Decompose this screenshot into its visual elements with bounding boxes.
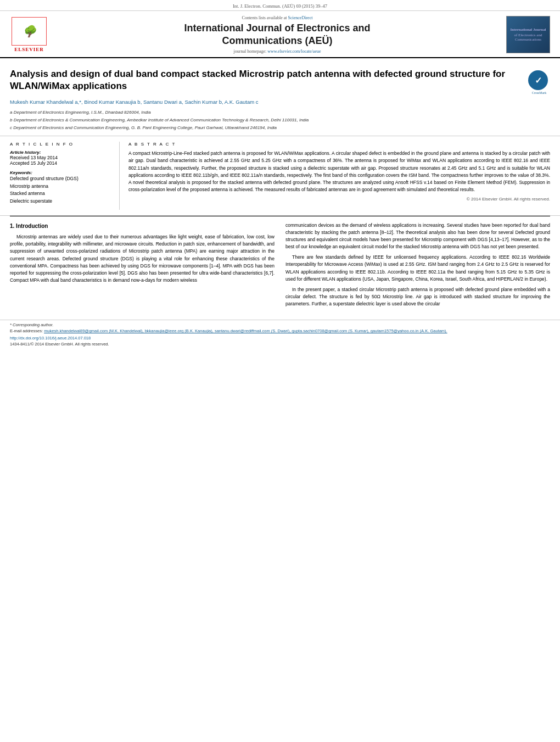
journal-center: Contents lists available at ScienceDirec…	[48, 15, 506, 54]
affiliations: a Department of Electronics Engineering,…	[10, 109, 522, 131]
keywords-label: Keywords:	[10, 170, 111, 175]
article-main-title: Analysis and design of dual band compact…	[10, 68, 522, 92]
intro-para2: communication devices as the demand of w…	[285, 222, 550, 251]
emails[interactable]: mukesh.khandelwal89@gmail.com (M.K. Khan…	[44, 328, 447, 333]
page-wrapper: Int. J. Electron. Commun. (AEÜ) 69 (2015…	[0, 0, 560, 742]
body-columns: 1. Introduction Microstrip antennas are …	[0, 216, 560, 317]
affil-c: c Department of Electronics and Communic…	[10, 125, 522, 131]
keywords-list: Defected ground structure (DGS) Microstr…	[10, 175, 111, 205]
abstract-copyright: © 2014 Elsevier GmbH. All rights reserve…	[128, 197, 550, 202]
intro-title: 1. Introduction	[10, 222, 275, 231]
right-logo-line1: International Journal	[511, 27, 546, 32]
article-info-abstract: A R T I C L E I N F O Article history: R…	[0, 136, 560, 215]
journal-ref: Int. J. Electron. Commun. (AEÜ) 69 (2015…	[233, 3, 327, 9]
body-col-left: 1. Introduction Microstrip antennas are …	[10, 222, 275, 311]
history-group: Article history: Received 13 May 2014 Ac…	[10, 150, 111, 166]
keyword-3: Stacked antenna	[10, 190, 111, 198]
contents-text: Contents lists available at ScienceDirec…	[59, 15, 495, 20]
intro-para4: In the present paper, a stacked circular…	[285, 286, 550, 308]
crossmark-label: CrossMark	[528, 91, 550, 94]
intro-para3: There are few standards defined by IEEE …	[285, 254, 550, 283]
body-col-right: communication devices as the demand of w…	[285, 222, 550, 311]
right-logo-line3: Communications	[515, 37, 541, 42]
article-title-text: Analysis and design of dual band compact…	[10, 68, 522, 132]
crossmark-icon: ✓	[528, 70, 548, 90]
accepted-date: Accepted 15 July 2014	[10, 160, 111, 166]
elsevier-tree-icon: 🌳	[23, 25, 36, 38]
right-logo-line2: of Electronics and	[514, 33, 542, 37]
corresponding-author: * Corresponding author.	[10, 322, 550, 327]
journal-header: 🌳 ELSEVIER Contents lists available at S…	[0, 11, 560, 58]
doi-section: http://dx.doi.org/10.1016/j.aeue.2014.07…	[10, 336, 550, 341]
elsevier-logo: 🌳 ELSEVIER	[10, 17, 48, 52]
crossmark-logo: ✓ CrossMark	[528, 70, 550, 92]
issn-line: 1434-8411/© 2014 Elsevier GmbH. All righ…	[10, 342, 550, 347]
authors: Mukesh Kumar Khandelwal a,*, Binod Kumar…	[10, 99, 522, 105]
doi-link[interactable]: http://dx.doi.org/10.1016/j.aeue.2014.07…	[10, 336, 91, 341]
journal-right-logo: International Journal of Electronics and…	[506, 16, 550, 53]
affil-b: b Department of Electronics & Communicat…	[10, 117, 522, 124]
intro-para1: Microstrip antennas are widely used due …	[10, 233, 275, 284]
email-label: E-mail addresses:	[10, 328, 43, 333]
article-info-column: A R T I C L E I N F O Article history: R…	[10, 142, 120, 209]
email-links: E-mail addresses: mukesh.khandelwal89@gm…	[10, 328, 550, 333]
abstract-heading: A B S T R A C T	[128, 142, 550, 147]
journal-title: International Journal of Electronics and…	[59, 22, 495, 47]
top-bar: Int. J. Electron. Commun. (AEÜ) 69 (2015…	[0, 0, 560, 11]
article-title-section: Analysis and design of dual band compact…	[0, 58, 560, 136]
keyword-4: Dielectric superstate	[10, 198, 111, 205]
keywords-group: Keywords: Defected ground structure (DGS…	[10, 170, 111, 205]
keyword-1: Defected ground structure (DGS)	[10, 175, 111, 183]
keyword-2: Microstrip antenna	[10, 183, 111, 191]
abstract-text: A compact Microstrip-Line-Fed stacked pa…	[128, 150, 550, 193]
journal-homepage: journal homepage: www.elsevier.com/locat…	[59, 49, 495, 54]
elsevier-box: 🌳	[12, 17, 47, 46]
article-info-heading: A R T I C L E I N F O	[10, 142, 111, 147]
sciencedirect-link[interactable]: ScienceDirect	[288, 15, 313, 20]
elsevier-name: ELSEVIER	[14, 47, 44, 52]
history-label: Article history:	[10, 150, 111, 155]
article-footer: * Corresponding author. E-mail addresses…	[0, 320, 560, 349]
abstract-section: A B S T R A C T A compact Microstrip-Lin…	[128, 142, 550, 209]
homepage-link[interactable]: www.elsevier.com/locate/aeue	[267, 49, 321, 54]
affil-a: a Department of Electronics Engineering,…	[10, 109, 522, 116]
received-date: Received 13 May 2014	[10, 155, 111, 160]
